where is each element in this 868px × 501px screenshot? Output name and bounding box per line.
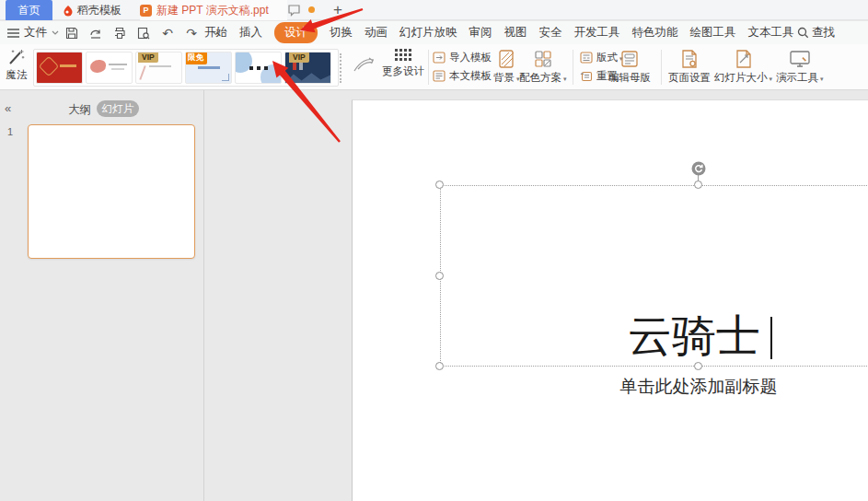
reset-icon bbox=[580, 70, 593, 82]
template-strip-scroll-handle[interactable] bbox=[340, 53, 342, 83]
tab-slides-active[interactable]: 幻灯片 bbox=[97, 100, 139, 117]
doc-template-label: 本文模板 bbox=[449, 69, 492, 83]
resize-handle-bottom-left[interactable] bbox=[435, 362, 444, 370]
template-thumbnail-red[interactable] bbox=[36, 52, 83, 84]
menu-item-transition[interactable]: 切换 bbox=[330, 25, 353, 41]
background-button[interactable]: 背景 bbox=[493, 49, 520, 85]
hamburger-icon bbox=[7, 29, 19, 38]
magic-label: 魔法 bbox=[6, 68, 28, 82]
subtitle-placeholder-text[interactable]: 单击此处添加副标题 bbox=[533, 375, 864, 399]
template-thumbnail-vip-light[interactable]: VIP bbox=[135, 52, 182, 84]
undo-icon[interactable]: ↶ bbox=[160, 26, 175, 41]
page-setup-button[interactable]: 页面设置 bbox=[668, 49, 711, 85]
menu-item-design-active[interactable]: 设计 bbox=[274, 22, 318, 43]
tab-document[interactable]: P 新建 PPT 演示文稿.ppt bbox=[140, 0, 287, 20]
template-thumbnail-vip-navy[interactable]: VIP bbox=[284, 52, 331, 84]
wps-presentation-window: 首页 稻壳模板 P 新建 PPT 演示文稿.ppt + 文件 bbox=[0, 0, 868, 501]
slide-size-label: 幻灯片大小 bbox=[714, 71, 772, 85]
new-tab-button[interactable]: + bbox=[329, 0, 347, 20]
search-label: 查找 bbox=[812, 25, 835, 41]
more-designs-button[interactable]: 更多设计 bbox=[379, 49, 427, 87]
custom-design-sketch-icon[interactable] bbox=[351, 52, 378, 77]
import-template-button[interactable]: 导入模板 bbox=[433, 51, 492, 64]
rotation-handle[interactable] bbox=[691, 161, 706, 176]
tab-docer-label: 稻壳模板 bbox=[77, 3, 122, 18]
magic-wand-icon bbox=[6, 48, 27, 66]
design-ribbon: 魔法 VIP 限免 VIP bbox=[0, 44, 868, 90]
menu-item-home[interactable]: 开始 bbox=[204, 25, 227, 41]
layout-icon bbox=[580, 52, 593, 64]
slide-canvas[interactable]: 云骑士 单击此处添加副标题 bbox=[352, 99, 868, 501]
save-icon[interactable] bbox=[64, 26, 79, 41]
slide-size-icon bbox=[734, 49, 754, 69]
file-menu-label: 文件 bbox=[24, 25, 47, 41]
menu-item-texttools[interactable]: 文本工具 bbox=[748, 25, 794, 41]
edit-master-icon bbox=[619, 49, 640, 69]
doc-template-button[interactable]: 本文模板 bbox=[433, 69, 492, 83]
background-icon bbox=[496, 49, 516, 69]
color-scheme-button[interactable]: 配色方案 bbox=[519, 49, 567, 85]
search-icon bbox=[797, 27, 809, 39]
present-tools-label: 演示工具 bbox=[776, 71, 824, 85]
redo-icon[interactable]: ↷ bbox=[184, 26, 199, 41]
window-tab-bar: 首页 稻壳模板 P 新建 PPT 演示文稿.ppt + bbox=[0, 0, 868, 20]
color-scheme-label: 配色方案 bbox=[519, 71, 567, 85]
file-menu[interactable]: 文件 bbox=[7, 21, 59, 44]
grid-icon bbox=[395, 49, 411, 62]
import-template-label: 导入模板 bbox=[449, 51, 492, 64]
slide-size-button[interactable]: 幻灯片大小 bbox=[714, 49, 772, 85]
message-bubble-icon[interactable] bbox=[287, 4, 301, 17]
doc-template-icon bbox=[433, 70, 446, 82]
menu-item-drawtools[interactable]: 绘图工具 bbox=[690, 25, 736, 41]
present-tools-button[interactable]: 演示工具 bbox=[776, 49, 824, 85]
magic-button[interactable]: 魔法 bbox=[2, 48, 31, 87]
edit-master-label: 编辑母版 bbox=[608, 71, 651, 85]
menu-item-insert[interactable]: 插入 bbox=[239, 25, 262, 41]
notification-dot bbox=[308, 6, 315, 13]
menu-item-devtools[interactable]: 开发工具 bbox=[574, 25, 620, 41]
quick-access-toolbar: ↶ ↷ bbox=[64, 21, 223, 44]
menu-item-security[interactable]: 安全 bbox=[539, 25, 562, 41]
vip-badge: VIP bbox=[138, 52, 158, 63]
ellipsis-decoration bbox=[249, 66, 268, 70]
tab-docer-templates[interactable]: 稻壳模板 bbox=[57, 0, 134, 20]
menu-item-features[interactable]: 特色功能 bbox=[632, 25, 678, 41]
page-setup-icon bbox=[679, 49, 700, 69]
menu-item-review[interactable]: 审阅 bbox=[469, 25, 492, 41]
export-icon[interactable] bbox=[88, 26, 103, 41]
slides-panel: « 大纲 幻灯片 1 bbox=[0, 90, 204, 501]
text-cursor bbox=[770, 317, 772, 359]
resize-handle-mid-left[interactable] bbox=[435, 272, 444, 280]
menu-items: 开始 插入 设计 切换 动画 幻灯片放映 审阅 视图 安全 开发工具 特色功能 … bbox=[204, 21, 794, 44]
template-thumbnail-blue-circles[interactable] bbox=[235, 52, 282, 84]
tab-home[interactable]: 首页 bbox=[6, 0, 52, 20]
slide-number: 1 bbox=[7, 126, 13, 137]
resize-handle-top-left[interactable] bbox=[435, 181, 444, 189]
vip-badge: VIP bbox=[289, 52, 309, 63]
more-designs-label: 更多设计 bbox=[382, 64, 424, 78]
monitor-icon bbox=[789, 49, 811, 69]
edit-master-button[interactable]: 编辑母版 bbox=[608, 49, 651, 85]
template-thumbnail-free[interactable]: 限免 bbox=[185, 52, 232, 84]
import-template-icon bbox=[433, 52, 446, 64]
search-button[interactable]: 查找 bbox=[797, 21, 835, 44]
menu-item-slideshow[interactable]: 幻灯片放映 bbox=[399, 25, 457, 41]
docer-flame-icon bbox=[63, 5, 74, 17]
tab-outline[interactable]: 大纲 bbox=[68, 102, 91, 118]
menu-bar: 文件 ↶ ↷ 开始 插入 bbox=[0, 21, 868, 44]
slide-1-thumbnail[interactable] bbox=[28, 124, 195, 259]
menu-item-animation[interactable]: 动画 bbox=[365, 25, 388, 41]
chevron-down-icon bbox=[52, 30, 59, 35]
print-icon[interactable] bbox=[112, 26, 127, 41]
print-preview-icon[interactable] bbox=[136, 26, 151, 41]
collapse-panel-button[interactable]: « bbox=[5, 101, 11, 115]
menu-item-view[interactable]: 视图 bbox=[504, 25, 527, 41]
page-setup-label: 页面设置 bbox=[668, 71, 711, 85]
template-thumbnail-floral[interactable] bbox=[86, 52, 133, 84]
design-template-strip: VIP 限免 VIP bbox=[33, 49, 339, 87]
resize-handle-top-center[interactable] bbox=[694, 181, 702, 189]
background-label: 背景 bbox=[493, 71, 520, 85]
slide-title-text[interactable]: 云骑士 bbox=[528, 310, 860, 362]
resize-handle-bottom-center[interactable] bbox=[694, 362, 702, 370]
tab-document-label: 新建 PPT 演示文稿.ppt bbox=[156, 3, 269, 18]
